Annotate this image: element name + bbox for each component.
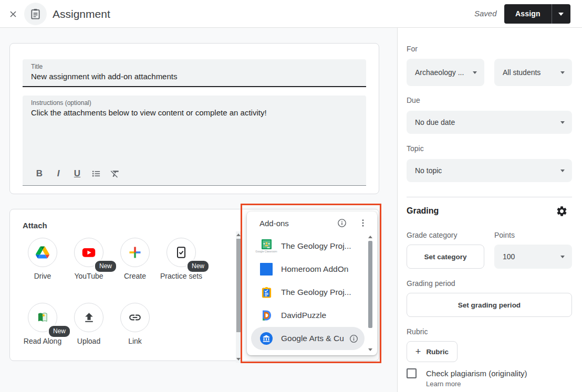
addons-list-scrollbar[interactable] (368, 235, 373, 352)
attach-option-upload[interactable]: Upload (66, 303, 112, 346)
assign-dropdown-button[interactable] (552, 4, 570, 24)
top-bar: Assignment Saved Assign (0, 0, 582, 28)
chevron-down-icon (558, 13, 564, 16)
attach-panel-scrollbar[interactable] (236, 231, 242, 363)
instructions-field-label: Instructions (optional) (31, 99, 91, 107)
addons-overflow-menu-button[interactable] (356, 216, 370, 230)
addon-label: DavidPuzzle (281, 311, 365, 320)
text-format-toolbar: B I U (30, 166, 124, 182)
class-select[interactable]: Archaeology ... (407, 59, 484, 86)
read-along-icon (36, 311, 49, 324)
attach-option-practice-sets[interactable]: Practice sets New (158, 238, 204, 281)
google-create-plus-icon (128, 245, 142, 260)
title-field-value[interactable]: New assignment with add-on attachments (31, 72, 177, 81)
attach-option-drive[interactable]: Drive (19, 238, 66, 281)
attach-option-link[interactable]: Link (112, 303, 158, 346)
attach-option-create[interactable]: Create (112, 238, 158, 281)
points-value: 100 (503, 252, 515, 261)
add-rubric-button[interactable]: + Rubric (407, 341, 458, 362)
chevron-down-icon (560, 71, 565, 74)
points-label: Points (494, 231, 515, 239)
scrollbar-thumb[interactable] (236, 239, 241, 332)
addon-item-homeroom-addon[interactable]: Homeroom AddOn (251, 258, 365, 281)
grading-heading: Grading (407, 206, 439, 216)
clear-formatting-icon (110, 168, 120, 179)
scroll-up-icon[interactable] (236, 234, 241, 236)
practice-sets-icon (174, 246, 188, 259)
grading-settings-button[interactable] (555, 204, 568, 218)
addon-label: Google Arts & Cu (281, 334, 347, 343)
scroll-up-icon[interactable] (368, 236, 372, 238)
for-label: For (407, 45, 418, 53)
davidpuzzle-d-icon (260, 309, 273, 322)
addon-item-davidpuzzle[interactable]: DavidPuzzle (251, 304, 365, 327)
points-select[interactable]: 100 (494, 245, 572, 269)
grade-category-label: Grade category (407, 231, 458, 239)
chevron-down-icon (560, 121, 565, 124)
addons-title: Add-ons (259, 219, 335, 228)
bold-button[interactable]: B (30, 166, 49, 182)
upload-icon (82, 311, 96, 324)
kebab-menu-icon (358, 218, 368, 228)
topic-label: Topic (407, 144, 424, 153)
set-grading-period-button[interactable]: Set grading period (407, 293, 572, 317)
students-select-value: All students (503, 68, 541, 77)
assignment-form-card: Title New assignment with add-on attachm… (9, 43, 379, 194)
save-status: Saved (474, 9, 497, 18)
info-icon (337, 218, 347, 228)
addons-popup: Add-ons (247, 211, 377, 355)
learn-more-link[interactable]: Learn more (426, 380, 461, 388)
assign-button[interactable]: Assign (504, 4, 552, 24)
bulleted-list-button[interactable] (87, 166, 106, 182)
due-date-select[interactable]: No due date (407, 111, 572, 134)
google-classroom-icon (262, 239, 272, 249)
close-icon[interactable] (6, 7, 20, 21)
italic-button[interactable]: I (49, 166, 68, 182)
assignment-type-icon (24, 3, 47, 25)
addon-item-geology-project-2[interactable]: The Geology Proj... (251, 281, 365, 304)
students-select[interactable]: All students (494, 59, 572, 86)
youtube-icon (81, 245, 96, 260)
addon-info-button[interactable] (347, 332, 360, 345)
addon-caption: Google Classroom (255, 250, 277, 253)
scroll-down-icon[interactable] (236, 358, 241, 361)
attach-heading: Attach (23, 221, 47, 230)
bulleted-list-icon (91, 168, 101, 179)
topic-value: No topic (415, 166, 442, 175)
arts-and-culture-icon (260, 332, 273, 345)
plagiarism-checkbox[interactable] (407, 368, 417, 378)
divider (407, 197, 572, 197)
class-select-value: Archaeology ... (415, 68, 464, 77)
addon-item-geology-project-1[interactable]: Google Classroom The Geology Proj... (251, 235, 365, 258)
rubric-label: Rubric (407, 327, 428, 336)
title-field-label: Title (31, 63, 43, 70)
google-drive-icon (36, 246, 49, 259)
attach-option-read-along[interactable]: Read Along New (19, 303, 66, 346)
page-title: Assignment (53, 0, 110, 28)
chevron-down-icon (473, 71, 477, 74)
instructions-field[interactable]: Instructions (optional) Click the attach… (23, 96, 366, 186)
underline-button[interactable]: U (68, 166, 87, 182)
attach-label: Link (112, 336, 158, 346)
set-category-button[interactable]: Set category (407, 245, 484, 269)
assign-split-button: Assign (504, 4, 570, 24)
clear-formatting-button[interactable] (106, 166, 124, 182)
addon-label: The Geology Proj... (281, 241, 365, 251)
gear-icon (556, 205, 568, 217)
attach-label: Create (112, 271, 158, 281)
plus-icon: + (415, 346, 421, 357)
attach-label: Upload (66, 336, 112, 346)
due-label: Due (407, 96, 420, 104)
attach-option-youtube[interactable]: YouTube New (66, 238, 112, 281)
rubric-button-label: Rubric (426, 348, 449, 356)
addon-label: Homeroom AddOn (281, 264, 365, 274)
addon-item-google-arts-culture[interactable]: Google Arts & Cu (251, 327, 365, 350)
scrollbar-thumb[interactable] (368, 241, 372, 328)
topic-select[interactable]: No topic (407, 159, 572, 182)
scroll-down-icon[interactable] (368, 348, 372, 351)
chevron-down-icon (560, 256, 565, 258)
title-field[interactable]: Title New assignment with add-on attachm… (23, 59, 366, 87)
chevron-down-icon (560, 169, 565, 172)
addons-info-button[interactable] (335, 216, 349, 230)
instructions-field-value[interactable]: Click the attachments below to view cont… (31, 108, 267, 117)
